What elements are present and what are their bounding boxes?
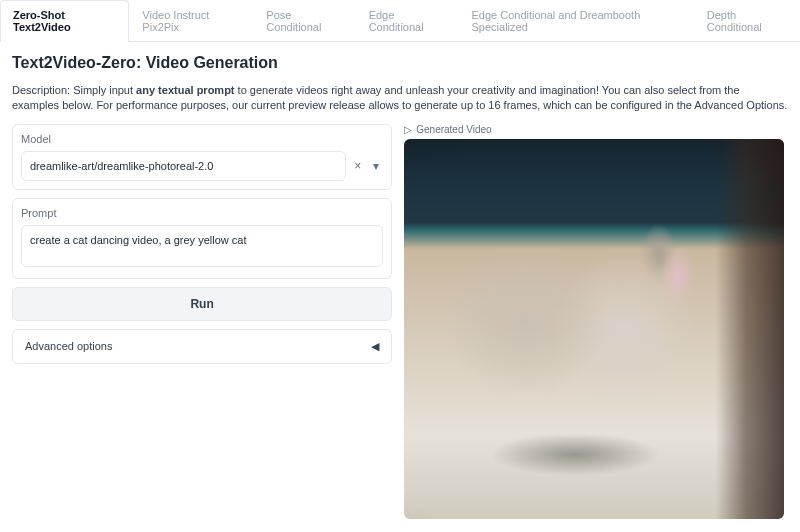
chevron-left-icon: ◀ (371, 340, 379, 353)
description: Description: Simply input any textual pr… (12, 83, 788, 114)
play-icon: ▷ (404, 124, 412, 135)
model-field: Model × ▾ (12, 124, 392, 190)
desc-bold: any textual prompt (136, 84, 234, 96)
advanced-label: Advanced options (25, 340, 112, 352)
model-label: Model (21, 133, 383, 145)
tabs-bar: Zero-Shot Text2Video Video Instruct Pix2… (0, 0, 800, 42)
tab-zero-shot[interactable]: Zero-Shot Text2Video (0, 0, 129, 42)
generated-video-label: ▷ Generated Video (404, 124, 788, 135)
run-button[interactable]: Run (12, 287, 392, 321)
model-input[interactable] (21, 151, 346, 181)
tab-edge[interactable]: Edge Conditional (356, 0, 459, 42)
advanced-options-toggle[interactable]: Advanced options ◀ (12, 329, 392, 364)
generated-video[interactable] (404, 139, 784, 519)
video-label-text: Generated Video (416, 124, 491, 135)
tab-pose[interactable]: Pose Conditional (253, 0, 355, 42)
prompt-field: Prompt create a cat dancing video, a gre… (12, 198, 392, 279)
prompt-label: Prompt (21, 207, 383, 219)
prompt-input[interactable]: create a cat dancing video, a grey yello… (21, 225, 383, 267)
tab-edge-dreambooth[interactable]: Edge Conditional and Dreambooth Speciali… (459, 0, 694, 42)
model-clear-button[interactable]: × (350, 155, 365, 177)
tab-video-instruct[interactable]: Video Instruct Pix2Pix (129, 0, 253, 42)
tab-depth[interactable]: Depth Conditional (694, 0, 800, 42)
desc-prefix: Description: Simply input (12, 84, 136, 96)
chevron-down-icon: ▾ (373, 159, 379, 173)
model-dropdown-button[interactable]: ▾ (369, 155, 383, 177)
page-title: Text2Video-Zero: Video Generation (12, 54, 788, 72)
